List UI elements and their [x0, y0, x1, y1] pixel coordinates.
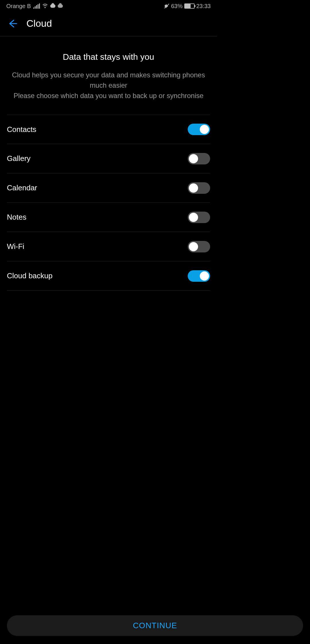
page-title: Cloud	[26, 18, 52, 29]
list-item-label: Wi-Fi	[7, 242, 24, 251]
intro-line-1: Cloud helps you secure your data and mak…	[11, 70, 206, 91]
list-item[interactable]: Calendar	[7, 173, 210, 203]
list-item-label: Contacts	[7, 125, 36, 134]
status-right: 63% 23:33	[164, 3, 211, 9]
list-item-label: Notes	[7, 213, 26, 222]
list-item-label: Gallery	[7, 154, 30, 163]
sync-options-list: ContactsGalleryCalendarNotesWi-FiCloud b…	[0, 115, 217, 291]
arrow-left-icon	[8, 19, 17, 28]
battery-percentage: 63%	[171, 3, 183, 9]
toggle-switch[interactable]	[188, 182, 210, 194]
toggle-switch[interactable]	[188, 241, 210, 252]
intro-headline: Data that stays with you	[11, 52, 206, 62]
list-item[interactable]: Gallery	[7, 144, 210, 173]
carrier-label: Orange B	[6, 3, 31, 9]
intro-line-2: Please choose which data you want to bac…	[11, 91, 206, 101]
list-item-label: Cloud backup	[7, 271, 53, 280]
toggle-switch[interactable]	[188, 153, 210, 164]
toggle-knob	[189, 213, 198, 222]
toggle-knob	[200, 125, 209, 134]
list-item[interactable]: Notes	[7, 203, 210, 232]
cell-signal-icon	[33, 3, 40, 9]
battery-fill	[185, 4, 191, 8]
toggle-knob	[189, 242, 198, 251]
cloud-sync-icon	[58, 4, 63, 8]
wifi-icon	[42, 4, 48, 8]
status-bar: Orange B 63% 23:33	[0, 0, 217, 12]
list-item[interactable]: Cloud backup	[7, 261, 210, 291]
back-button[interactable]	[8, 19, 17, 28]
toggle-switch[interactable]	[188, 124, 210, 135]
list-item[interactable]: Contacts	[7, 115, 210, 144]
toggle-switch[interactable]	[188, 212, 210, 223]
toggle-knob	[200, 271, 209, 281]
intro-block: Data that stays with you Cloud helps you…	[0, 37, 217, 115]
toggle-switch[interactable]	[188, 270, 210, 282]
toggle-knob	[189, 183, 198, 193]
app-bar: Cloud	[0, 12, 217, 37]
toggle-knob	[189, 154, 198, 163]
mute-icon	[164, 3, 169, 9]
list-item-label: Calendar	[7, 183, 37, 192]
status-left: Orange B	[6, 3, 63, 9]
list-item[interactable]: Wi-Fi	[7, 232, 210, 261]
clock: 23:33	[196, 3, 211, 9]
cloud-icon	[50, 4, 55, 8]
battery-icon	[184, 3, 195, 9]
